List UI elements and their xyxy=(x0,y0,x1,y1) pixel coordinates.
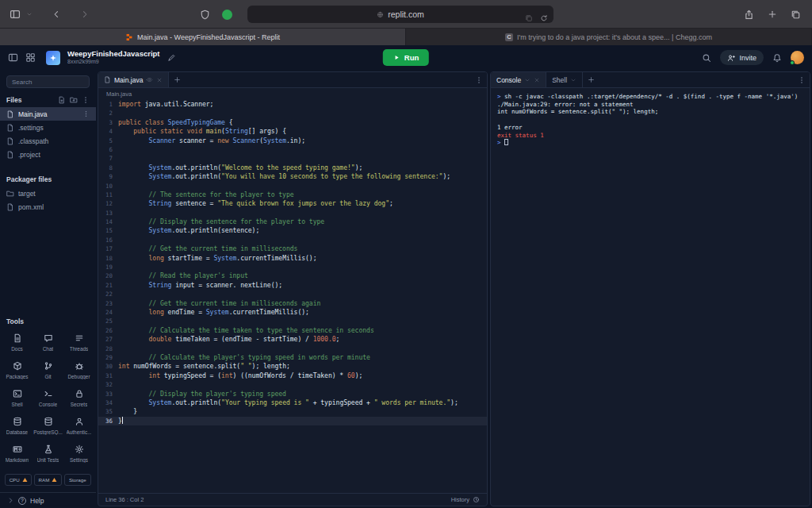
user-avatar[interactable] xyxy=(791,51,804,64)
code-line[interactable]: 31 int typingSpeed = (int) ((numOfWords … xyxy=(98,371,487,380)
console-menu-icon[interactable] xyxy=(798,76,806,84)
code-line[interactable]: 8 System.out.println("Welcome to the spe… xyxy=(98,164,487,172)
code-line[interactable]: 36} xyxy=(98,417,487,425)
share-icon[interactable] xyxy=(744,10,754,20)
code-line[interactable]: 23 // Get the current time in millisecon… xyxy=(98,299,487,308)
file-menu-icon[interactable] xyxy=(82,110,90,117)
tool-docs[interactable]: Docs xyxy=(2,333,33,352)
workspace-name[interactable]: WeepyFinishedJavascript xyxy=(67,50,160,59)
code-line[interactable]: 12 String sentence = "The quick brown fo… xyxy=(98,199,487,208)
browser-tab-chegg[interactable]: C I'm trying to do a java project: it's … xyxy=(406,29,812,45)
close-tab-icon[interactable] xyxy=(156,77,163,83)
chevron-down-icon[interactable] xyxy=(26,11,33,17)
code-editor[interactable]: 1import java.util.Scanner;23public class… xyxy=(98,99,487,493)
back-icon[interactable] xyxy=(52,10,61,19)
code-line[interactable]: 11 // The sentence for the player to typ… xyxy=(98,190,487,199)
new-folder-icon[interactable] xyxy=(70,96,78,104)
new-editor-tab-icon[interactable] xyxy=(174,76,181,83)
file-item-pom-xml[interactable]: pom.xml xyxy=(0,200,96,214)
breadcrumb[interactable]: Main.java xyxy=(98,88,487,99)
tool-settings[interactable]: Settings xyxy=(63,444,94,463)
chevron-down-icon[interactable] xyxy=(570,77,576,83)
code-line[interactable]: 29 // Calculate the player's typing spee… xyxy=(98,353,487,362)
code-line[interactable]: 28 xyxy=(98,344,487,353)
green-extension-icon[interactable] xyxy=(222,10,232,20)
workspace-sidebar-toggle-icon[interactable] xyxy=(8,52,18,63)
page-options-icon[interactable] xyxy=(525,14,533,22)
tool-authentic[interactable]: Authentic... xyxy=(63,417,94,435)
tool-debugger[interactable]: Debugger xyxy=(63,361,94,379)
header-search-icon[interactable] xyxy=(702,53,711,63)
meter-storage[interactable]: Storage xyxy=(64,474,91,486)
file-item-main-java[interactable]: Main.java xyxy=(0,107,96,121)
tool-unit-tests[interactable]: Unit Tests xyxy=(33,444,63,463)
help-label[interactable]: Help xyxy=(30,497,44,505)
history-button[interactable]: History xyxy=(451,496,480,503)
code-line[interactable]: 10 xyxy=(98,182,487,190)
code-line[interactable]: 17 // Get the current time in millisecon… xyxy=(98,244,487,253)
expand-icon[interactable] xyxy=(7,497,14,504)
notifications-icon[interactable] xyxy=(772,53,782,63)
code-line[interactable]: 18 long startTime = System.currentTimeMi… xyxy=(98,254,487,263)
code-line[interactable]: 20 // Read the player's input xyxy=(98,271,487,280)
code-line[interactable]: 1import java.util.Scanner; xyxy=(98,100,487,109)
editor-tab-main-java[interactable]: Main.java xyxy=(98,72,169,87)
search-input[interactable]: Search xyxy=(6,75,90,88)
code-line[interactable]: 13 xyxy=(98,209,487,217)
reload-icon[interactable] xyxy=(540,14,548,22)
code-line[interactable]: 9 System.out.println("You will have 10 s… xyxy=(98,172,487,181)
code-line[interactable]: 30int numOfWords = sentence.split(" "); … xyxy=(98,362,487,371)
code-line[interactable]: 26 // Calculate the time taken to type t… xyxy=(98,326,487,335)
code-line[interactable]: 16 xyxy=(98,236,487,244)
code-line[interactable]: 34 System.out.println("Your typing speed… xyxy=(98,398,487,407)
tool-postgresq[interactable]: PostgreSQ... xyxy=(33,417,63,435)
shield-extension-icon[interactable] xyxy=(200,10,210,20)
files-menu-icon[interactable] xyxy=(82,96,90,104)
code-line[interactable]: 35 } xyxy=(98,407,487,416)
file-item-classpath[interactable]: .classpath xyxy=(0,134,96,148)
browser-sidebar-icon[interactable] xyxy=(10,9,21,20)
meter-cpu[interactable]: CPU xyxy=(5,474,32,486)
code-line[interactable]: 3public class SpeedTypingGame { xyxy=(98,118,487,127)
meter-ram[interactable]: RAM xyxy=(34,474,61,486)
code-line[interactable]: 25 xyxy=(98,317,487,325)
file-item-target[interactable]: target xyxy=(0,187,96,200)
invite-button[interactable]: Invite xyxy=(720,50,764,65)
run-button[interactable]: Run xyxy=(383,49,429,66)
new-console-tab-icon[interactable] xyxy=(588,76,595,83)
tool-threads[interactable]: Threads xyxy=(63,333,94,352)
tool-packages[interactable]: Packages xyxy=(2,361,33,379)
code-line[interactable]: 24 long endTime = System.currentTimeMill… xyxy=(98,308,487,317)
tool-chat[interactable]: Chat xyxy=(33,333,63,352)
tool-shell[interactable]: Shell xyxy=(2,389,33,407)
chevron-down-icon[interactable] xyxy=(524,77,530,83)
new-tab-icon[interactable] xyxy=(768,10,777,19)
code-line[interactable]: 2 xyxy=(98,109,487,117)
editor-menu-icon[interactable] xyxy=(475,76,483,84)
forward-icon[interactable] xyxy=(80,10,90,19)
workspace-grid-icon[interactable] xyxy=(25,52,36,63)
url-bar[interactable]: replit.com xyxy=(247,6,553,23)
tool-git[interactable]: Git xyxy=(33,361,63,379)
code-line[interactable]: 32 xyxy=(98,380,487,389)
tool-database[interactable]: Database xyxy=(2,417,33,435)
code-line[interactable]: 21 String input = scanner. nextLine(); xyxy=(98,281,487,290)
edit-title-icon[interactable] xyxy=(167,53,176,62)
close-console-tab-icon[interactable] xyxy=(534,77,540,83)
code-line[interactable]: 5 Scanner scanner = new Scanner(System.i… xyxy=(98,137,487,145)
tool-console[interactable]: Console xyxy=(33,389,63,407)
file-item-settings[interactable]: .settings xyxy=(0,121,96,134)
code-line[interactable]: 33 // Display the player's typing speed xyxy=(98,390,487,398)
console-tab[interactable]: Console xyxy=(491,72,546,87)
browser-tab-replit[interactable]: Main.java - WeepyFinishedJavascript - Re… xyxy=(0,29,406,45)
new-file-icon[interactable] xyxy=(58,96,66,104)
code-line[interactable]: 27 double timeTaken = (endTime - startTi… xyxy=(98,335,487,344)
code-line[interactable]: 22 xyxy=(98,290,487,298)
tab-overview-icon[interactable] xyxy=(791,10,801,20)
code-line[interactable]: 14 // Display the sentence for the playe… xyxy=(98,217,487,226)
tool-markdown[interactable]: Markdown xyxy=(2,444,33,463)
code-line[interactable]: 19 xyxy=(98,263,487,271)
shell-tab[interactable]: Shell xyxy=(546,72,583,87)
code-line[interactable]: 4 public static void main(String[] args)… xyxy=(98,127,487,136)
file-item-project[interactable]: .project xyxy=(0,148,96,161)
